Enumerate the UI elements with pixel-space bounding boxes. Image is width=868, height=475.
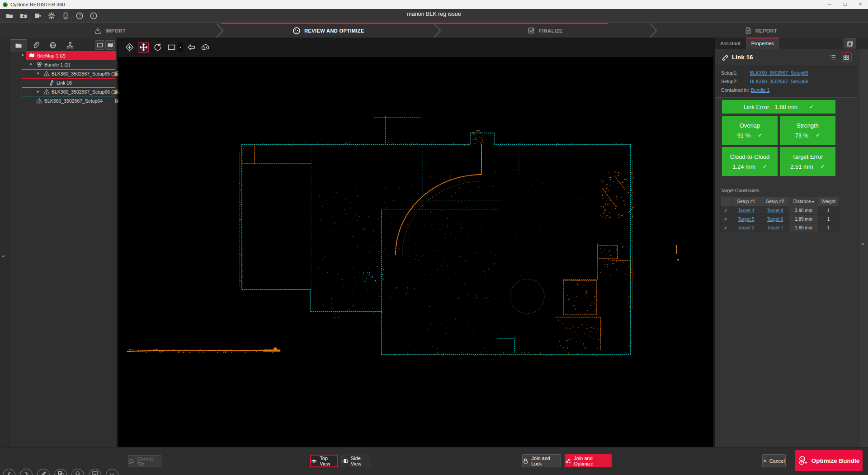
constraint-row[interactable]: ✓ Target 3 Target 7 1.69 mm 1 <box>721 223 839 232</box>
link-sparkle-icon <box>565 457 571 464</box>
sidebar-tab-sitemaps[interactable] <box>10 39 27 52</box>
target-link[interactable]: Target 6 <box>767 217 783 222</box>
svg-text:?: ? <box>78 14 80 18</box>
target-link[interactable]: Target 5 <box>738 217 754 222</box>
tree-item-sitemap[interactable]: ▾ SiteMap 1 (2) <box>10 51 117 60</box>
help-button[interactable]: ? <box>75 11 85 21</box>
sitemap-toggle-button[interactable] <box>105 40 115 50</box>
workflow-step-review-and-optimize[interactable]: REVIEW AND OPTIMIZE <box>220 23 437 38</box>
tab-properties[interactable]: Properties <box>746 38 779 49</box>
panel-layout-button[interactable] <box>844 38 856 48</box>
check-column-header <box>721 197 731 206</box>
help-icon: ? <box>75 12 84 20</box>
maximize-button[interactable]: □ <box>837 0 853 9</box>
constraint-row[interactable]: ✓ Target 4 Target 8 3.95 mm 1 <box>721 206 839 215</box>
workflow-step-finalize[interactable]: FINALIZE <box>437 23 653 38</box>
table-header-row: Setup #1 Setup #2 Distance ▾ Weight <box>721 197 839 206</box>
workflow-step-report[interactable]: REPORT <box>653 23 868 38</box>
more-button[interactable] <box>106 469 118 475</box>
list-view-toggle[interactable] <box>827 52 838 62</box>
expand-caret-icon[interactable]: ▾ <box>22 53 24 57</box>
find-button[interactable] <box>71 469 84 475</box>
keyboard-button[interactable] <box>89 469 101 475</box>
target-link[interactable]: Target 4 <box>738 208 754 213</box>
link-icon <box>49 80 54 86</box>
target-constraints-table: Setup #1 Setup #2 Distance ▾ Weight ✓ Ta… <box>720 197 839 232</box>
setup1-column-header[interactable]: Setup #1 <box>731 197 761 206</box>
expand-caret-icon[interactable]: ▸ <box>37 89 39 94</box>
tree-item-setup66[interactable]: ▸ BLK360_3502567_Setup66 (1) <box>10 87 117 96</box>
undo-button[interactable] <box>186 42 197 53</box>
sidebar-tab-web[interactable] <box>44 39 61 52</box>
check-icon: ✓ <box>821 163 825 170</box>
pencil-icon <box>41 471 46 475</box>
setup2-column-header[interactable]: Setup #2 <box>761 197 789 206</box>
constraint-weight: 1 <box>818 206 839 215</box>
rotate-tool-button[interactable] <box>152 42 163 53</box>
tree-item-bundle[interactable]: ▾ Bundle 1 (2) <box>10 60 117 69</box>
edit-button[interactable] <box>37 469 50 475</box>
sidebar-tab-links[interactable] <box>27 39 44 52</box>
tree-item-link16[interactable]: Link 16 <box>10 78 117 87</box>
tree-item-setup64[interactable]: BLK360_3502567_Setup64 <box>10 96 117 105</box>
sitemap-add-button[interactable] <box>95 40 104 50</box>
properties-panel: Assistant Properties Link 16 Setup1:BLK3… <box>715 38 868 447</box>
select-tool-dropdown[interactable]: ▾ <box>178 43 183 52</box>
constraint-check[interactable]: ✓ <box>721 223 731 232</box>
top-view-button[interactable]: Top View <box>310 455 338 467</box>
constraint-check[interactable]: ✓ <box>721 215 731 223</box>
workflow-step-import[interactable]: IMPORT <box>0 23 220 38</box>
optimize-bundle-button[interactable]: Optimize Bundle <box>795 450 863 471</box>
pan-tool-button[interactable] <box>124 42 135 53</box>
close-button[interactable]: × <box>853 0 868 9</box>
side-view-button[interactable]: Side View <box>341 455 371 467</box>
constraint-row[interactable]: ✓ Target 5 Target 6 1.89 mm 1 <box>721 215 839 223</box>
collapse-left-chevron-icon[interactable]: ◂ <box>2 253 4 258</box>
save-project-button[interactable] <box>19 11 28 21</box>
tab-assistant[interactable]: Assistant <box>715 38 746 49</box>
sidebar-tab-hierarchy[interactable] <box>61 39 79 52</box>
move-tool-button[interactable] <box>138 42 149 53</box>
distance-column-header[interactable]: Distance ▾ <box>789 197 818 206</box>
expand-caret-icon[interactable]: ▾ <box>30 62 32 66</box>
bundle-link[interactable]: Bundle 1 <box>751 87 769 93</box>
history-back-button[interactable] <box>3 469 15 475</box>
device-button[interactable] <box>61 11 71 21</box>
strength-metric: Strength 73 %✓ <box>780 116 835 145</box>
viewport-column: ▾ <box>118 38 713 447</box>
minimize-button[interactable]: – <box>822 0 837 9</box>
left-rail: ◂ <box>0 38 10 447</box>
publish-button[interactable] <box>33 11 42 21</box>
setup1-link[interactable]: BLK360_3502567_Setup65 <box>750 70 808 76</box>
grid-view-toggle[interactable] <box>841 52 852 62</box>
rect-select-icon <box>167 43 176 52</box>
info-button[interactable]: i <box>89 11 99 21</box>
viewport-toolbar: ▾ <box>118 38 713 57</box>
history-forward-button[interactable] <box>20 469 33 475</box>
correct-tilt-button[interactable]: Correct Tilt <box>128 455 161 467</box>
point-cloud-viewport[interactable] <box>118 57 713 447</box>
tree-item-setup65[interactable]: ▾ BLK360_3502567_Setup65 (1) <box>10 69 117 78</box>
setup2-link[interactable]: BLK360_3502567_Setup66 <box>750 79 808 84</box>
join-and-optimize-button[interactable]: Join and Optimize <box>565 454 612 467</box>
panel-scrollbar-track[interactable]: ▸ <box>859 49 868 447</box>
target-link[interactable]: Target 7 <box>767 225 783 230</box>
cancel-button[interactable]: × Cancel <box>762 454 786 467</box>
target-link[interactable]: Target 3 <box>738 225 754 230</box>
rectangle-select-button[interactable] <box>166 42 177 53</box>
settings-button[interactable] <box>47 11 57 21</box>
bottom-bar: Correct Tilt Top View Side View Join and… <box>0 447 868 475</box>
weight-column-header[interactable]: Weight <box>818 197 839 206</box>
cloud-view-button[interactable] <box>200 42 211 53</box>
constraint-check[interactable]: ✓ <box>721 206 731 215</box>
layout-button[interactable] <box>54 469 67 475</box>
move-icon <box>139 43 148 52</box>
folder-icon <box>15 42 22 49</box>
contained-in-label: Contained in: <box>721 87 749 93</box>
open-project-button[interactable] <box>5 11 14 21</box>
collapse-right-chevron-icon[interactable]: ▸ <box>862 241 864 246</box>
expand-caret-icon[interactable]: ▾ <box>37 71 39 76</box>
publish-icon <box>33 12 42 20</box>
join-and-lock-button[interactable]: Join and Lock <box>522 454 561 467</box>
target-link[interactable]: Target 8 <box>767 208 783 213</box>
